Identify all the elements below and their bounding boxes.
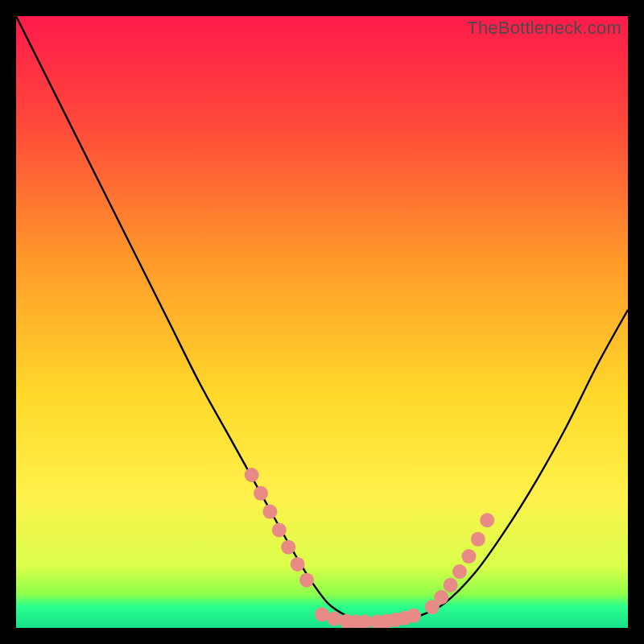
- curve-marker: [272, 522, 287, 537]
- curve-marker: [471, 532, 485, 547]
- watermark-text: TheBottleneck.com: [467, 18, 621, 39]
- curve-marker: [262, 505, 277, 519]
- curve-marker: [444, 578, 458, 592]
- curve-marker: [461, 549, 476, 564]
- curve-marker: [407, 609, 421, 623]
- chart-frame: TheBottleneck.com: [16, 16, 628, 628]
- curve-marker: [452, 564, 467, 579]
- chart-svg: [16, 16, 628, 628]
- curve-marker: [480, 513, 494, 527]
- plot-area: [16, 16, 628, 628]
- curve-marker: [434, 590, 448, 605]
- curve-marker: [299, 573, 314, 588]
- curve-marker: [281, 540, 295, 555]
- curve-marker: [254, 486, 268, 501]
- curve-marker: [291, 557, 305, 572]
- curve-marker: [245, 468, 259, 482]
- curve-marker: [327, 612, 341, 626]
- gradient-background: [16, 16, 628, 628]
